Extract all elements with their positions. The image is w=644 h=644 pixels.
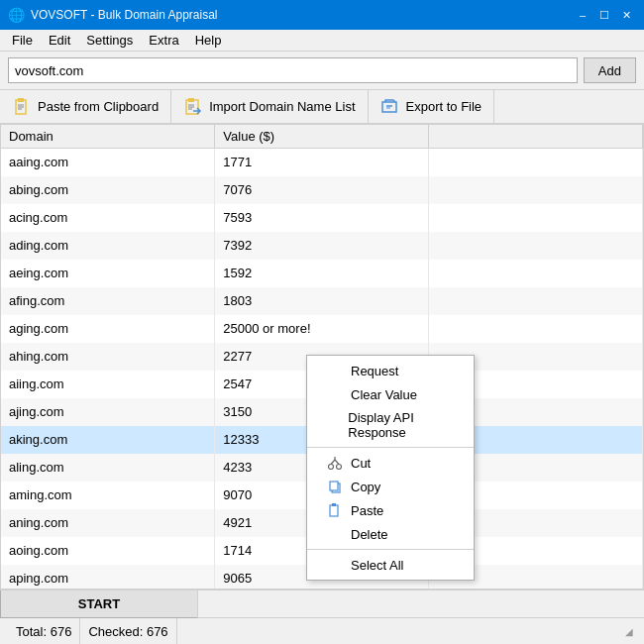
menu-edit[interactable]: Edit [41, 31, 78, 50]
paste-icon [12, 97, 32, 117]
maximize-button[interactable]: ☐ [594, 5, 614, 25]
export-label: Export to File [406, 99, 483, 114]
table-row[interactable]: abing.com7076 [1, 176, 643, 204]
svg-rect-6 [188, 98, 194, 102]
import-icon [183, 97, 203, 117]
extra-cell [429, 176, 643, 204]
extra-cell [429, 315, 643, 343]
extra-cell [429, 287, 643, 315]
domain-input[interactable] [8, 57, 578, 83]
domain-cell: ading.com [1, 232, 215, 260]
import-button[interactable]: Import Domain Name List [171, 90, 368, 123]
close-button[interactable]: ✕ [616, 5, 636, 25]
menu-help[interactable]: Help [187, 31, 230, 50]
ctx-clear-value[interactable]: Clear Value [307, 382, 474, 406]
cut-icon [327, 455, 343, 471]
paste-clipboard-button[interactable]: Paste from Clipboard [0, 90, 171, 123]
title-bar-left: 🌐 VOVSOFT - Bulk Domain Appraisal [8, 7, 218, 23]
status-checked: Checked: 676 [80, 618, 176, 644]
window-title: VOVSOFT - Bulk Domain Appraisal [31, 8, 218, 22]
table-row[interactable]: afing.com1803 [1, 287, 643, 315]
ctx-paste[interactable]: Paste [307, 498, 474, 522]
table-row[interactable]: ading.com7392 [1, 232, 643, 260]
export-button[interactable]: Export to File [369, 90, 495, 123]
context-menu: Request Clear Value Display API Response… [306, 355, 475, 581]
svg-rect-21 [330, 505, 338, 516]
svg-rect-22 [332, 503, 336, 506]
app-icon: 🌐 [8, 7, 25, 23]
ctx-copy[interactable]: Copy [307, 475, 474, 498]
display-api-icon [327, 417, 340, 433]
minimize-button[interactable]: – [573, 5, 592, 25]
domain-cell: acing.com [1, 204, 215, 232]
paste-ctx-icon [327, 502, 343, 518]
select-all-icon [327, 557, 343, 573]
value-cell: 7392 [215, 232, 429, 260]
ctx-copy-label: Copy [351, 480, 380, 494]
domain-cell: aming.com [1, 482, 215, 509]
ctx-cut[interactable]: Cut [307, 451, 474, 475]
svg-rect-1 [18, 98, 24, 102]
ctx-display-api[interactable]: Display API Response [307, 406, 474, 444]
svg-point-14 [329, 465, 334, 470]
domain-cell: aning.com [1, 509, 215, 537]
extra-cell [429, 149, 643, 177]
domain-cell: aoing.com [1, 537, 215, 565]
ctx-select-all-label: Select All [351, 558, 403, 573]
menu-file[interactable]: File [4, 31, 41, 50]
toolbar: Paste from Clipboard Import Domain Name … [0, 90, 644, 124]
table-row[interactable]: acing.com7593 [1, 204, 643, 232]
col-domain: Domain [1, 125, 215, 149]
value-cell: 7593 [215, 204, 429, 232]
svg-point-15 [337, 465, 342, 470]
paste-label: Paste from Clipboard [38, 99, 159, 114]
clear-value-icon [327, 386, 343, 402]
domain-cell: abing.com [1, 176, 215, 204]
title-bar: 🌐 VOVSOFT - Bulk Domain Appraisal – ☐ ✕ [0, 0, 644, 30]
copy-icon [327, 479, 343, 494]
domain-cell: aging.com [1, 315, 215, 343]
svg-rect-11 [382, 102, 396, 112]
domain-cell: aiing.com [1, 371, 215, 398]
menu-settings[interactable]: Settings [78, 31, 141, 50]
domain-cell: aaing.com [1, 149, 215, 177]
table-row[interactable]: aeing.com1592 [1, 260, 643, 287]
add-button[interactable]: Add [584, 57, 636, 83]
table-row[interactable]: aaing.com1771 [1, 149, 643, 177]
extra-cell [429, 232, 643, 260]
title-bar-controls: – ☐ ✕ [573, 5, 636, 25]
ctx-select-all[interactable]: Select All [307, 553, 474, 577]
delete-icon [327, 526, 343, 542]
value-cell: 25000 or more! [215, 315, 429, 343]
svg-rect-20 [330, 482, 338, 490]
ctx-delete[interactable]: Delete [307, 522, 474, 546]
ctx-paste-label: Paste [351, 503, 383, 518]
main-content: Domain Value ($) aaing.com1771abing.com7… [0, 124, 644, 590]
resize-handle: ◢ [622, 625, 636, 639]
col-value: Value ($) [215, 125, 429, 149]
menu-bar: File Edit Settings Extra Help [0, 30, 644, 52]
export-icon [380, 97, 400, 117]
ctx-clear-value-label: Clear Value [351, 387, 417, 402]
request-icon [327, 363, 343, 378]
domain-cell: ahing.com [1, 343, 215, 371]
menu-extra[interactable]: Extra [141, 31, 186, 50]
import-label: Import Domain Name List [209, 99, 355, 114]
svg-line-17 [335, 460, 339, 465]
start-button[interactable]: START [0, 590, 198, 618]
status-bar: Total: 676 Checked: 676 ◢ [0, 617, 644, 644]
value-cell: 1592 [215, 260, 429, 287]
domain-cell: afing.com [1, 287, 215, 315]
ctx-request[interactable]: Request [307, 359, 474, 382]
domain-cell: aping.com [1, 565, 215, 589]
extra-cell [429, 204, 643, 232]
ctx-request-label: Request [351, 364, 398, 378]
table-row[interactable]: aging.com25000 or more! [1, 315, 643, 343]
ctx-separator-1 [307, 447, 474, 448]
ctx-delete-label: Delete [351, 527, 388, 542]
start-section: START [0, 590, 644, 617]
ctx-display-api-label: Display API Response [348, 410, 454, 440]
svg-line-16 [331, 460, 335, 465]
url-bar: Add [0, 52, 644, 90]
value-cell: 7076 [215, 176, 429, 204]
